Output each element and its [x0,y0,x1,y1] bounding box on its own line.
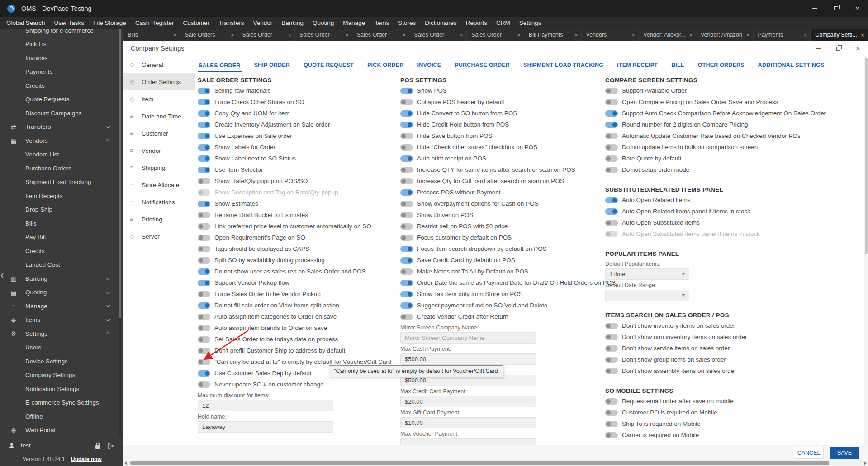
document-tab-bills[interactable]: Bills× [123,29,180,41]
menu-item-user-tasks[interactable]: User Tasks [50,17,89,29]
sidebar-item-device-settings[interactable]: Device Settings [0,354,118,368]
toggle-switch[interactable] [198,133,210,139]
sidebar-item-notification-settings[interactable]: Notification Settings [0,382,118,396]
vertical-scrollbar[interactable] [864,56,868,445]
toggle-switch[interactable] [400,99,413,105]
toggle-switch[interactable] [400,189,413,196]
settings-tab-additional-settings[interactable]: ADDITIONAL SETTINGS [757,62,825,72]
toggle-switch[interactable] [400,201,413,207]
toggle-switch[interactable] [198,302,210,309]
toggle-switch[interactable] [400,314,413,320]
menu-item-settings[interactable]: Settings [515,17,546,29]
toggle-switch[interactable] [198,314,210,320]
toggle-switch[interactable] [198,144,210,151]
toggle-switch[interactable] [198,359,210,365]
toggle-switch[interactable] [198,336,210,343]
toggle-switch[interactable] [400,257,413,264]
toggle-switch[interactable] [605,323,618,329]
category-shipping[interactable]: ≡Shipping [123,159,195,176]
text-input-max-credit-card-payment[interactable] [400,396,536,407]
tab-close-icon[interactable]: × [861,32,864,38]
tab-close-icon[interactable]: × [460,32,464,38]
toggle-switch[interactable] [198,122,210,128]
sidebar-item-credits[interactable]: Credits [0,244,118,258]
toggle-switch[interactable] [605,197,618,203]
toggle-switch[interactable] [400,178,413,184]
toggle-switch[interactable] [605,410,618,416]
toggle-switch[interactable] [605,208,618,215]
menu-item-vendor[interactable]: Vendor [248,17,277,29]
tab-close-icon[interactable]: × [288,32,291,38]
sidebar-item-vendors-list[interactable]: Vendors List [0,148,118,162]
logout-icon[interactable] [108,442,114,451]
settings-tab-pick-order[interactable]: PICK ORDER [366,62,404,72]
menu-item-stores[interactable]: Stores [394,17,420,29]
horizontal-scrollbar-thumb[interactable] [130,461,829,465]
document-tab-sales-order[interactable]: Sales Order× [237,29,295,41]
toggle-switch[interactable] [198,381,210,388]
toggle-switch[interactable] [198,110,210,117]
sidebar-item-transfers[interactable]: ⇄Transfers [0,120,118,134]
toggle-switch[interactable] [605,432,618,438]
settings-tab-shipment-load-tracking[interactable]: SHIPMENT LOAD TRACKING [522,62,604,72]
toggle-switch[interactable] [400,246,413,252]
menu-item-quoting[interactable]: Quoting [308,17,338,29]
menu-item-transfers[interactable]: Transfers [214,17,249,29]
category-item[interactable]: ◎Item [123,90,195,108]
sidebar-item-bills[interactable]: Bills [0,217,118,231]
document-tab-sales-order[interactable]: Sales Order× [352,29,410,41]
settings-minimize-button[interactable] [808,41,828,56]
sidebar-item-discount-campaigns[interactable]: Discount Campaigns [0,106,118,120]
menu-item-reports[interactable]: Reports [461,17,492,29]
category-server[interactable]: ◇Server [123,228,195,245]
tab-close-icon[interactable]: × [231,32,234,38]
toggle-switch[interactable] [400,167,413,173]
menu-item-cash-register[interactable]: Cash Register [131,17,179,29]
document-tab-sales-order[interactable]: Sales Order× [295,29,352,41]
category-printing[interactable]: ≡Printing [123,211,195,228]
menu-item-dictionaries[interactable]: Dictionaries [420,17,461,29]
settings-close-button[interactable]: × [848,41,868,56]
category-notifications[interactable]: ≡Notifications [123,193,195,211]
toggle-switch[interactable] [400,280,413,286]
sidebar-item-banking[interactable]: ▥Banking [0,272,118,286]
category-date-and-time[interactable]: ≡Date and Time [123,108,195,125]
sidebar-scrollbar[interactable] [119,29,121,435]
lock-icon[interactable] [95,442,101,451]
sidebar-item-items[interactable]: ◈Items [0,313,118,327]
sidebar-item-drop-ship[interactable]: Drop Ship [0,203,118,217]
toggle-switch[interactable] [605,368,618,374]
toggle-switch[interactable] [605,133,618,139]
toggle-switch[interactable] [400,223,413,230]
toggle-switch[interactable] [198,178,210,184]
category-customer[interactable]: ≡Customer [123,125,195,142]
text-input-maximum-discount-for-items[interactable] [198,400,333,411]
sidebar-item-item-receipts[interactable]: Item Receipts [0,189,118,203]
tab-close-icon[interactable]: × [403,32,406,38]
sidebar-item-manage[interactable]: ≡Manage [0,299,118,313]
settings-tab-item-receipt[interactable]: ITEM RECEIPT [616,62,659,72]
tab-close-icon[interactable]: × [345,32,349,38]
menu-item-manage[interactable]: Manage [338,17,370,29]
tab-close-icon[interactable]: × [173,32,177,38]
sidebar-item-e-commerce-sync-settings[interactable]: E-commerce Sync Settings [0,396,118,410]
document-tab-vendor-aliexpr[interactable]: Vendor: Aliexpr...× [639,29,696,41]
toggle-switch[interactable] [605,155,618,162]
category-vendor[interactable]: ≡Vendor [123,142,195,159]
toggle-switch[interactable] [605,345,618,352]
tab-close-icon[interactable]: × [517,32,521,38]
menu-item-customer[interactable]: Customer [178,17,214,29]
sidebar-item-web-portal[interactable]: ⊕Web Portal [0,424,118,436]
settings-tab-bill[interactable]: BILL [670,62,685,72]
update-now-link[interactable]: Update now [71,456,102,462]
document-tab-sales-order[interactable]: Sales Order× [467,29,524,41]
cancel-button[interactable]: CANCEL [794,447,824,459]
tab-close-icon[interactable]: × [746,32,750,38]
settings-tab-purchase-order[interactable]: PURCHASE ORDER [454,62,511,72]
horizontal-scrollbar[interactable] [123,460,868,466]
tab-close-icon[interactable]: × [574,32,578,38]
toggle-switch[interactable] [198,212,210,218]
toggle-switch[interactable] [198,155,210,162]
sidebar-item-pick-list[interactable]: Pick List [0,38,118,52]
document-tab-company-setti[interactable]: Company Setti...× [811,29,868,41]
